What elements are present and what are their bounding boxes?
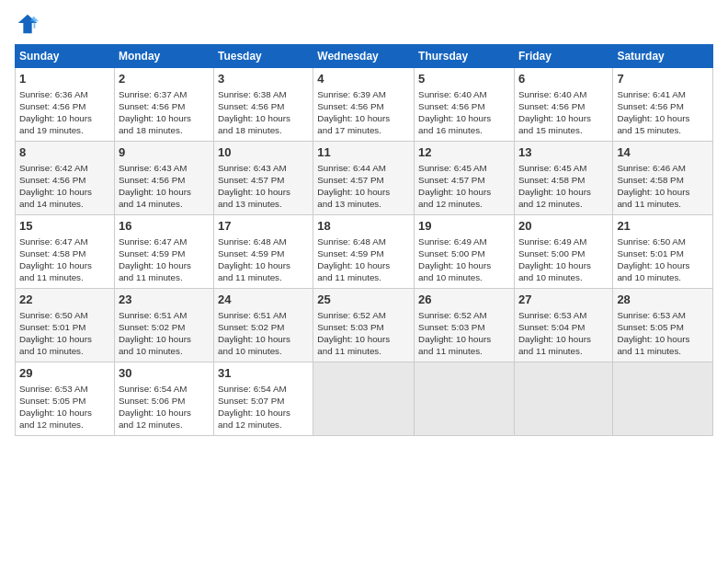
calendar-week-row: 15Sunrise: 6:47 AM Sunset: 4:58 PM Dayli… bbox=[16, 215, 713, 289]
day-number: 7 bbox=[617, 71, 709, 87]
day-info: Sunrise: 6:50 AM Sunset: 5:01 PM Dayligh… bbox=[617, 236, 709, 284]
day-number: 13 bbox=[518, 144, 609, 161]
day-info: Sunrise: 6:49 AM Sunset: 5:00 PM Dayligh… bbox=[418, 236, 510, 284]
day-info: Sunrise: 6:53 AM Sunset: 5:04 PM Dayligh… bbox=[518, 309, 609, 358]
calendar-cell: 23Sunrise: 6:51 AM Sunset: 5:02 PM Dayli… bbox=[114, 289, 213, 362]
calendar-cell: 15Sunrise: 6:47 AM Sunset: 4:58 PM Dayli… bbox=[16, 215, 115, 289]
day-info: Sunrise: 6:54 AM Sunset: 5:07 PM Dayligh… bbox=[218, 383, 309, 431]
day-number: 12 bbox=[418, 144, 510, 161]
day-number: 26 bbox=[418, 292, 510, 308]
day-info: Sunrise: 6:40 AM Sunset: 4:56 PM Dayligh… bbox=[518, 88, 609, 137]
day-number: 19 bbox=[418, 218, 510, 235]
day-info: Sunrise: 6:52 AM Sunset: 5:03 PM Dayligh… bbox=[317, 309, 410, 358]
day-number: 22 bbox=[19, 292, 110, 308]
calendar-header-thursday: Thursday bbox=[415, 45, 515, 68]
day-number: 21 bbox=[617, 218, 709, 235]
calendar-cell: 27Sunrise: 6:53 AM Sunset: 5:04 PM Dayli… bbox=[514, 289, 612, 362]
calendar-cell: 24Sunrise: 6:51 AM Sunset: 5:02 PM Dayli… bbox=[213, 289, 313, 362]
calendar-cell bbox=[415, 362, 515, 436]
calendar-header-wednesday: Wednesday bbox=[313, 45, 415, 68]
day-number: 28 bbox=[617, 292, 709, 308]
calendar-cell: 13Sunrise: 6:45 AM Sunset: 4:58 PM Dayli… bbox=[514, 142, 612, 215]
calendar-week-row: 8Sunrise: 6:42 AM Sunset: 4:56 PM Daylig… bbox=[16, 142, 713, 215]
calendar-cell: 18Sunrise: 6:48 AM Sunset: 4:59 PM Dayli… bbox=[313, 215, 415, 289]
day-number: 10 bbox=[218, 144, 309, 161]
calendar-cell: 11Sunrise: 6:44 AM Sunset: 4:57 PM Dayli… bbox=[313, 142, 415, 215]
day-number: 17 bbox=[218, 218, 309, 235]
calendar-cell: 5Sunrise: 6:40 AM Sunset: 4:56 PM Daylig… bbox=[415, 68, 515, 142]
calendar-header-tuesday: Tuesday bbox=[213, 45, 313, 68]
day-number: 25 bbox=[317, 292, 410, 308]
calendar-cell: 29Sunrise: 6:53 AM Sunset: 5:05 PM Dayli… bbox=[16, 362, 115, 436]
day-number: 11 bbox=[317, 144, 410, 161]
day-info: Sunrise: 6:42 AM Sunset: 4:56 PM Dayligh… bbox=[19, 162, 110, 211]
day-info: Sunrise: 6:44 AM Sunset: 4:57 PM Dayligh… bbox=[317, 162, 410, 211]
header bbox=[15, 11, 713, 37]
day-info: Sunrise: 6:48 AM Sunset: 4:59 PM Dayligh… bbox=[218, 236, 309, 284]
day-info: Sunrise: 6:39 AM Sunset: 4:56 PM Dayligh… bbox=[317, 88, 410, 137]
day-info: Sunrise: 6:45 AM Sunset: 4:58 PM Dayligh… bbox=[518, 162, 609, 211]
day-number: 23 bbox=[119, 292, 210, 308]
day-info: Sunrise: 6:38 AM Sunset: 4:56 PM Dayligh… bbox=[218, 88, 309, 137]
day-number: 2 bbox=[119, 71, 210, 87]
calendar-cell: 22Sunrise: 6:50 AM Sunset: 5:01 PM Dayli… bbox=[16, 289, 115, 362]
calendar-cell: 30Sunrise: 6:54 AM Sunset: 5:06 PM Dayli… bbox=[114, 362, 213, 436]
day-info: Sunrise: 6:47 AM Sunset: 4:59 PM Dayligh… bbox=[119, 236, 210, 284]
day-info: Sunrise: 6:46 AM Sunset: 4:58 PM Dayligh… bbox=[617, 162, 709, 211]
day-info: Sunrise: 6:43 AM Sunset: 4:57 PM Dayligh… bbox=[218, 162, 309, 211]
day-info: Sunrise: 6:41 AM Sunset: 4:56 PM Dayligh… bbox=[617, 88, 709, 137]
day-number: 3 bbox=[218, 71, 309, 87]
calendar-header-saturday: Saturday bbox=[613, 45, 713, 68]
day-info: Sunrise: 6:53 AM Sunset: 5:05 PM Dayligh… bbox=[617, 309, 709, 358]
calendar-cell: 20Sunrise: 6:49 AM Sunset: 5:00 PM Dayli… bbox=[514, 215, 612, 289]
day-number: 16 bbox=[119, 218, 210, 235]
calendar-cell bbox=[514, 362, 612, 436]
calendar-header-monday: Monday bbox=[114, 45, 213, 68]
day-number: 6 bbox=[518, 71, 609, 87]
calendar-cell: 17Sunrise: 6:48 AM Sunset: 4:59 PM Dayli… bbox=[213, 215, 313, 289]
day-info: Sunrise: 6:40 AM Sunset: 4:56 PM Dayligh… bbox=[418, 88, 510, 137]
day-number: 29 bbox=[19, 365, 110, 382]
calendar-cell: 21Sunrise: 6:50 AM Sunset: 5:01 PM Dayli… bbox=[613, 215, 713, 289]
day-info: Sunrise: 6:50 AM Sunset: 5:01 PM Dayligh… bbox=[19, 309, 110, 358]
day-number: 5 bbox=[418, 71, 510, 87]
day-number: 4 bbox=[317, 71, 410, 87]
day-number: 31 bbox=[218, 365, 309, 382]
day-info: Sunrise: 6:43 AM Sunset: 4:56 PM Dayligh… bbox=[119, 162, 210, 211]
logo-icon bbox=[15, 11, 40, 37]
calendar-cell: 28Sunrise: 6:53 AM Sunset: 5:05 PM Dayli… bbox=[613, 289, 713, 362]
day-info: Sunrise: 6:36 AM Sunset: 4:56 PM Dayligh… bbox=[19, 88, 110, 137]
day-number: 9 bbox=[119, 144, 210, 161]
day-number: 20 bbox=[518, 218, 609, 235]
calendar-cell bbox=[613, 362, 713, 436]
day-info: Sunrise: 6:45 AM Sunset: 4:57 PM Dayligh… bbox=[418, 162, 510, 211]
day-info: Sunrise: 6:49 AM Sunset: 5:00 PM Dayligh… bbox=[518, 236, 609, 284]
day-number: 18 bbox=[317, 218, 410, 235]
calendar-cell: 10Sunrise: 6:43 AM Sunset: 4:57 PM Dayli… bbox=[213, 142, 313, 215]
calendar-cell: 1Sunrise: 6:36 AM Sunset: 4:56 PM Daylig… bbox=[16, 68, 115, 142]
calendar-cell: 9Sunrise: 6:43 AM Sunset: 4:56 PM Daylig… bbox=[114, 142, 213, 215]
day-number: 27 bbox=[518, 292, 609, 308]
calendar-cell: 6Sunrise: 6:40 AM Sunset: 4:56 PM Daylig… bbox=[514, 68, 612, 142]
calendar-cell: 7Sunrise: 6:41 AM Sunset: 4:56 PM Daylig… bbox=[613, 68, 713, 142]
calendar-cell: 4Sunrise: 6:39 AM Sunset: 4:56 PM Daylig… bbox=[313, 68, 415, 142]
calendar-header-sunday: Sunday bbox=[16, 45, 115, 68]
day-number: 30 bbox=[119, 365, 210, 382]
day-info: Sunrise: 6:51 AM Sunset: 5:02 PM Dayligh… bbox=[119, 309, 210, 358]
day-info: Sunrise: 6:52 AM Sunset: 5:03 PM Dayligh… bbox=[418, 309, 510, 358]
calendar-week-row: 1Sunrise: 6:36 AM Sunset: 4:56 PM Daylig… bbox=[16, 68, 713, 142]
calendar-week-row: 22Sunrise: 6:50 AM Sunset: 5:01 PM Dayli… bbox=[16, 289, 713, 362]
page: SundayMondayTuesdayWednesdayThursdayFrid… bbox=[0, 0, 728, 563]
day-number: 24 bbox=[218, 292, 309, 308]
calendar-cell: 3Sunrise: 6:38 AM Sunset: 4:56 PM Daylig… bbox=[213, 68, 313, 142]
logo bbox=[15, 11, 44, 37]
calendar-cell: 14Sunrise: 6:46 AM Sunset: 4:58 PM Dayli… bbox=[613, 142, 713, 215]
day-number: 15 bbox=[19, 218, 110, 235]
calendar-header-friday: Friday bbox=[514, 45, 612, 68]
calendar-cell: 12Sunrise: 6:45 AM Sunset: 4:57 PM Dayli… bbox=[415, 142, 515, 215]
calendar-header-row: SundayMondayTuesdayWednesdayThursdayFrid… bbox=[16, 45, 713, 68]
day-number: 8 bbox=[19, 144, 110, 161]
calendar-cell: 8Sunrise: 6:42 AM Sunset: 4:56 PM Daylig… bbox=[16, 142, 115, 215]
day-number: 1 bbox=[19, 71, 110, 87]
calendar-cell: 31Sunrise: 6:54 AM Sunset: 5:07 PM Dayli… bbox=[213, 362, 313, 436]
